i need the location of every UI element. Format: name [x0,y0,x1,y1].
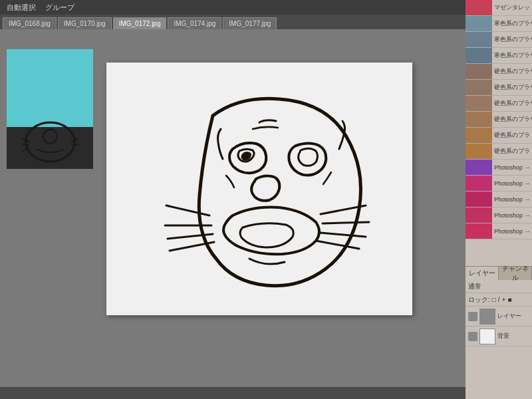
swatch-color [466,223,492,239]
swatch-label: 寒色系のブラウ [492,19,532,28]
swatch-row[interactable]: 硬色系のブラ [466,128,532,144]
layer-item-2[interactable]: 背景 [466,327,532,346]
swatch-label: 硬色系のブラウ [492,99,532,108]
swatch-color [466,160,492,175]
lock-icon-3[interactable]: + [502,296,506,303]
swatch-row[interactable]: 寒色系のブラウ [466,48,532,64]
swatch-label: 硬色系のブラ [492,147,530,156]
tab-channels[interactable]: チャンネル [499,267,532,280]
lock-icon-4[interactable]: ■ [507,296,511,303]
svg-line-12 [323,222,369,223]
layer-visibility-icon[interactable] [468,332,477,341]
swatch-color [466,80,492,95]
layers-panel: レイヤー チャンネル 通常 ロック: □ / + ■ レイヤー 背景 [466,266,532,399]
blend-mode-label[interactable]: 通常 [468,282,481,291]
svg-line-9 [168,234,213,239]
auto-select-tool[interactable]: 自動選択 [3,1,40,14]
swatch-row[interactable]: 硬色系のブラウ [466,112,532,128]
lock-icon-1[interactable]: □ [492,296,496,303]
swatch-row[interactable]: 硬色系のブラウ [466,64,532,80]
layer-thumbnail [479,329,495,344]
swatch-label: マゼンタレッド [492,3,532,12]
swatch-row[interactable]: 寒色系のブラウ [466,16,532,32]
layer-thumbnail [479,309,495,325]
swatch-row[interactable]: 硬色系のブラウ [466,96,532,112]
character-sketch [106,63,412,315]
swatch-label: 寒色系のブラウ [492,51,532,60]
layer-item-1[interactable]: レイヤー [466,307,532,327]
swatch-color [466,16,492,31]
swatch-label: 寒色系のブラウ [492,35,532,44]
main-canvas-paper [106,63,412,315]
svg-line-13 [321,233,366,237]
swatch-row-photoshop3[interactable]: Photoshop → [466,192,532,207]
swatch-label: 硬色系のブラウ [492,67,532,76]
tab-layers[interactable]: レイヤー [466,267,499,280]
swatches-panel: マゼンタレッド 寒色系のブラウ 寒色系のブラウ 寒色系のブラウ 硬色系のブラウ … [466,0,532,266]
swatch-label: Photoshop → [492,180,531,187]
swatch-row-photoshop1[interactable]: Photoshop → [466,160,532,176]
swatch-color [466,207,492,223]
swatch-row[interactable]: 硬色系のブラ [466,144,532,160]
swatch-row-photoshop2[interactable]: Photoshop → [466,176,532,192]
tab-bar: IMG_0168.jpg IMG_0170.jpg IMG_0172.jpg I… [0,15,532,29]
swatch-color [466,96,492,111]
swatch-label: Photoshop → [492,196,531,203]
swatch-color [466,32,492,47]
swatch-color [466,64,492,79]
svg-line-14 [316,241,359,249]
swatch-row-photoshop5[interactable]: Photoshop → [466,223,532,239]
swatch-label: 硬色系のブラウ [492,115,532,124]
layers-lock-row: ロック: □ / + ■ [466,293,532,307]
swatch-row[interactable]: 硬色系のブラウ [466,80,532,96]
lock-label: ロック: [468,295,490,305]
swatch-row[interactable]: マゼンタレッド [466,0,532,16]
swatch-color [466,48,492,63]
main-canvas-area [0,29,466,399]
swatch-row-photoshop4[interactable]: Photoshop → [466,207,532,223]
swatch-color [466,144,492,159]
left-preview-panel [7,49,93,169]
svg-point-1 [43,130,57,144]
swatch-label: Photoshop → [492,212,531,219]
swatch-color [466,192,492,207]
group-menu[interactable]: グループ [41,1,78,14]
swatch-label: 硬色系のブラウ [492,83,532,92]
cyan-preview-block [7,49,93,127]
layers-header: レイヤー チャンネル [466,267,532,280]
top-menu-bar: 自動選択 グループ [0,0,532,15]
tab-img172[interactable]: IMG_0172.jpg [113,17,167,29]
tab-img177[interactable]: IMG_0177.jpg [223,17,277,29]
layer-name: レイヤー [497,312,521,321]
tab-img170[interactable]: IMG_0170.jpg [58,17,112,29]
tab-img174[interactable]: IMG_0174.jpg [168,17,221,29]
swatch-color [466,0,492,15]
swatch-row[interactable]: 寒色系のブラウ [466,32,532,48]
swatch-label: Photoshop → [492,164,531,171]
left-preview-sketch [11,121,89,163]
swatch-label: Photoshop → [492,228,531,235]
swatch-label: 硬色系のブラ [492,131,530,140]
svg-point-0 [25,122,74,162]
tab-img168[interactable]: IMG_0168.jpg [3,17,57,29]
swatch-color [466,128,492,143]
svg-line-7 [166,205,209,215]
swatch-color [466,176,492,191]
lock-icon-2[interactable]: / [498,296,500,303]
status-bar [0,387,466,399]
layer-name: 背景 [497,332,509,340]
swatch-color [466,112,492,127]
layer-visibility-icon[interactable] [468,312,477,321]
